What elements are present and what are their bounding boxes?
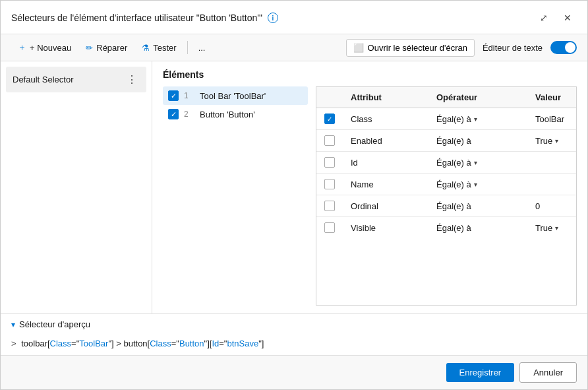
attr-row-visible: Visible Égal(e) à True ▾ [316,217,576,238]
code-eq2: =" [171,339,179,348]
attr-checkbox-class[interactable] [324,114,335,124]
more-button[interactable]: ... [192,40,212,56]
attr-row-ordinal: Ordinal Égal(e) à 0 [316,195,576,217]
preview-title-text: Sélecteur d'aperçu [19,319,90,329]
code-eq1: =" [71,339,79,348]
attr-row-class: Class Égal(e) à ▾ ToolBar [316,108,576,130]
code-id-attr: Id [212,339,219,348]
preview-code: > toolbar[Class="ToolBar"] > button[Clas… [1,335,587,355]
attr-header-operateur: Opérateur [436,92,535,102]
chevron-down-icon[interactable]: ▾ [555,137,558,145]
element-row[interactable]: 1 Tool Bar 'ToolBar' [163,86,308,105]
resize-button[interactable]: ⤢ [535,9,553,27]
code-button: button [123,339,147,348]
attr-row-enabled: Enabled Égal(e) à True ▾ [316,130,576,152]
element-number-2: 2 [184,110,194,119]
attr-checkbox-visible[interactable] [324,222,335,233]
element-row[interactable]: 2 Button 'Button' [163,105,308,123]
code-eq3: =" [219,339,227,348]
code-close1: "] > [108,339,123,348]
preview-arrow: > [11,339,16,348]
attr-name-enabled: Enabled [351,136,436,146]
code-toolbar: toolbar [21,339,47,348]
screen-selector-button[interactable]: ⬜ Ouvrir le sélecteur d'écran [346,39,475,57]
new-label: + Nouveau [30,43,71,53]
chevron-down-icon[interactable]: ▾ [555,224,558,232]
element-checkbox-2[interactable] [168,109,179,119]
code-class-val: ToolBar [79,339,108,348]
plus-icon: ＋ [18,42,26,53]
attr-operator-text-enabled: Égal(e) à [436,136,471,146]
test-label: Tester [153,43,176,53]
attr-value-ordinal: 0 [535,201,568,211]
new-button[interactable]: ＋ + Nouveau [11,38,78,57]
dialog: Sélecteurs de l'élément d'interface util… [0,0,588,390]
attr-value-enabled: True ▾ [535,136,568,146]
title-bar: Sélecteurs de l'élément d'interface util… [1,1,587,34]
code-class-val2: Button [179,339,204,348]
attr-operator-text-id: Égal(e) à [436,158,471,168]
attr-operator-ordinal: Égal(e) à [436,201,535,211]
preview-code-text: toolbar[Class="ToolBar"] > button[Class=… [21,339,264,348]
footer: Enregistrer Annuler [1,355,587,389]
attr-name-id: Id [351,158,436,168]
code-id-val: btnSave [227,339,258,348]
toolbar-divider [187,41,188,54]
attr-name-visible: Visible [351,223,436,233]
code-class-attr2: Class [150,339,171,348]
close-button[interactable]: ✕ [558,9,577,27]
attributes-panel: Attribut Opérateur Valeur Class Égal(e) … [316,86,577,306]
element-label-1: Tool Bar 'ToolBar' [200,91,266,101]
screen-selector-label: Ouvrir le sélecteur d'écran [368,43,467,53]
attr-name-class: Class [351,114,436,124]
attr-value-text-visible: True [535,223,552,233]
preview-bar: ▾ Sélecteur d'aperçu [1,313,587,335]
attr-value-text-ordinal: 0 [535,201,540,211]
cancel-button[interactable]: Annuler [519,362,577,383]
element-checkbox-1[interactable] [168,90,179,101]
repair-button[interactable]: ✏ Réparer [79,40,134,56]
chevron-down-icon[interactable]: ▾ [474,181,477,188]
elements-title: Éléments [163,69,577,80]
elements-col: 1 Tool Bar 'ToolBar' 2 Button 'Button' [163,86,308,306]
main-content: Default Selector ⋮ Éléments 1 Tool Bar '… [1,61,587,313]
info-icon[interactable]: i [268,13,278,23]
dialog-title: Sélecteurs de l'élément d'interface util… [11,13,262,23]
save-button[interactable]: Enregistrer [446,363,515,382]
attr-operator-id: Égal(e) à ▾ [436,158,535,168]
left-panel: Default Selector ⋮ [1,61,152,313]
attr-checkbox-ordinal[interactable] [324,201,335,211]
attr-operator-text-name: Égal(e) à [436,179,471,189]
toggle-thumb [565,42,575,53]
attr-header-check [324,92,351,102]
flask-icon: ⚗ [142,43,150,53]
attr-name-ordinal: Ordinal [351,201,436,211]
preview-title[interactable]: ▾ Sélecteur d'aperçu [11,319,577,329]
selector-more-button[interactable]: ⋮ [124,72,140,87]
attr-operator-class: Égal(e) à ▾ [436,114,535,124]
text-editor-toggle[interactable] [550,41,577,54]
test-button[interactable]: ⚗ Tester [135,40,183,56]
attr-checkbox-enabled[interactable] [324,135,335,146]
attr-checkbox-name[interactable] [324,179,335,189]
code-close3: "] [258,339,264,348]
attr-value-text-class: ToolBar [535,114,564,124]
toolbar-left: ＋ + Nouveau ✏ Réparer ⚗ Tester ... [11,38,212,57]
code-close2: "][ [204,339,212,348]
element-label-2: Button 'Button' [200,110,255,119]
attr-value-visible: True ▾ [535,223,568,233]
repair-label: Réparer [96,43,127,53]
attr-operator-name: Égal(e) à ▾ [436,179,535,189]
attr-row-name: Name Égal(e) à ▾ [316,174,576,195]
element-number-1: 1 [184,91,194,100]
more-label: ... [198,43,206,53]
right-panel: Éléments 1 Tool Bar 'ToolBar' 2 Butto [152,61,587,313]
toolbar: ＋ + Nouveau ✏ Réparer ⚗ Tester ... ⬜ Ouv… [1,34,587,61]
chevron-down-icon[interactable]: ▾ [474,159,477,166]
attr-checkbox-id[interactable] [324,157,335,168]
attr-row-id: Id Égal(e) à ▾ [316,152,576,174]
chevron-down-icon[interactable]: ▾ [474,115,477,123]
default-selector-item[interactable]: Default Selector ⋮ [6,67,146,92]
selector-label: Default Selector [13,75,74,84]
text-editor-label: Éditeur de texte [483,43,543,53]
